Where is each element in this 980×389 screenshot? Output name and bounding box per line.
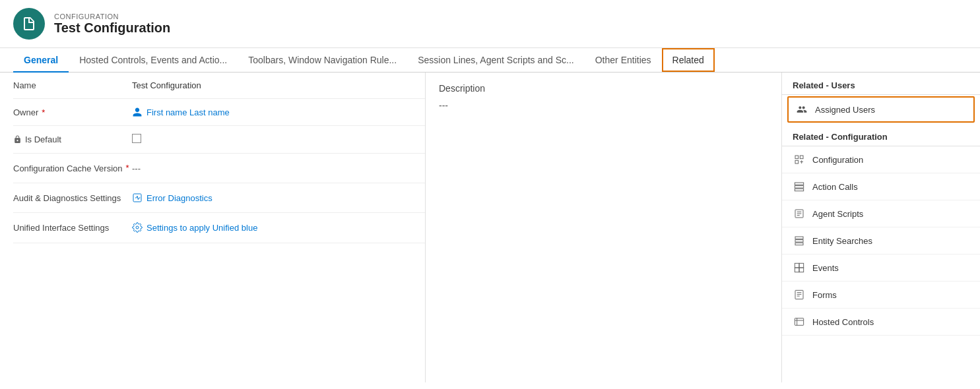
entity-searches-icon: [794, 235, 804, 246]
related-forms-label: Forms: [812, 290, 837, 300]
owner-label-text: Owner: [13, 107, 38, 117]
settings-icon: [132, 222, 143, 233]
assigned-users-label: Assigned Users: [815, 105, 875, 115]
svg-rect-6: [795, 186, 803, 188]
svg-rect-16: [799, 263, 804, 268]
agent-scripts-icon: [794, 208, 804, 219]
related-events-label: Events: [812, 263, 839, 273]
related-item-entity-searches[interactable]: Entity Searches: [782, 227, 980, 254]
events-icon: [794, 262, 804, 273]
tab-general[interactable]: General: [13, 48, 69, 72]
svg-rect-19: [795, 290, 803, 299]
related-configuration-label: Configuration: [812, 155, 863, 165]
form-row-audit: Audit & Diagnostics Settings Error Diagn…: [13, 183, 425, 213]
header-text: CONFIGURATION Test Configuration: [54, 13, 170, 36]
related-entity-searches-label: Entity Searches: [812, 236, 872, 246]
forms-icon: [794, 289, 804, 300]
audit-value[interactable]: Error Diagnostics: [132, 193, 425, 203]
name-value: Test Configuration: [132, 80, 425, 90]
app-header: CONFIGURATION Test Configuration: [0, 0, 980, 48]
is-default-label: Is Default: [13, 135, 132, 144]
owner-name: First name Last name: [147, 107, 230, 117]
related-hosted-controls-label: Hosted Controls: [812, 317, 874, 327]
app-icon: [13, 8, 45, 40]
related-item-configuration[interactable]: Configuration: [782, 146, 980, 173]
diagnostics-icon: [132, 193, 143, 203]
is-default-checkbox[interactable]: [132, 134, 425, 145]
svg-rect-5: [795, 183, 803, 185]
middle-panel: Description ---: [426, 73, 782, 382]
main-content: Name Test Configuration Owner * First na…: [0, 73, 980, 382]
svg-rect-18: [799, 268, 804, 272]
form-row-unified: Unified Interface Settings Settings to a…: [13, 213, 425, 243]
form-row-config-cache: Configuration Cache Version * ---: [13, 154, 425, 183]
agent-scripts-icon: [793, 207, 806, 220]
assigned-users-icon: [795, 103, 808, 116]
assigned-users-item[interactable]: Assigned Users: [787, 96, 975, 123]
config-icon: [794, 154, 804, 165]
related-item-forms[interactable]: Forms: [782, 282, 980, 309]
related-item-agent-scripts[interactable]: Agent Scripts: [782, 200, 980, 227]
config-cache-label-text: Configuration Cache Version: [13, 163, 123, 175]
name-label: Name: [13, 80, 132, 90]
related-item-hosted-controls[interactable]: Hosted Controls: [782, 309, 980, 336]
related-config-header: Related - Configuration: [782, 124, 980, 146]
owner-label: Owner *: [13, 107, 132, 117]
action-calls-icon: [793, 180, 806, 193]
form-section: Name Test Configuration Owner * First na…: [13, 73, 425, 243]
tab-other-entities[interactable]: Other Entities: [585, 48, 662, 72]
svg-rect-14: [795, 243, 803, 245]
tabs-bar: General Hosted Controls, Events and Acti…: [0, 48, 980, 73]
form-row-owner: Owner * First name Last name: [13, 99, 425, 126]
config-cache-required: *: [126, 163, 129, 173]
events-icon: [793, 261, 806, 274]
related-agent-scripts-label: Agent Scripts: [812, 209, 863, 219]
description-value: ---: [439, 100, 768, 111]
svg-rect-12: [795, 237, 803, 239]
related-users-header: Related - Users: [782, 73, 980, 95]
hosted-controls-list-icon: [794, 316, 804, 327]
left-panel: Name Test Configuration Owner * First na…: [0, 73, 426, 382]
tab-related[interactable]: Related: [662, 48, 715, 72]
forms-icon: [793, 288, 806, 301]
lock-icon: [13, 135, 22, 144]
svg-rect-3: [800, 156, 803, 159]
related-item-action-calls[interactable]: Action Calls: [782, 173, 980, 200]
svg-rect-7: [795, 189, 803, 191]
audit-value-text: Error Diagnostics: [147, 193, 212, 203]
svg-rect-2: [795, 156, 799, 159]
tab-toolbars[interactable]: Toolbars, Window Navigation Rule...: [238, 48, 407, 72]
tab-session-lines[interactable]: Session Lines, Agent Scripts and Sc...: [407, 48, 585, 72]
configuration-icon: [793, 153, 806, 166]
form-row-name: Name Test Configuration: [13, 73, 425, 99]
audit-label-text: Audit & Diagnostics Settings: [13, 193, 121, 204]
svg-rect-17: [795, 268, 799, 272]
owner-required: *: [42, 107, 45, 117]
unified-value[interactable]: Settings to apply Unified blue: [132, 222, 425, 233]
svg-rect-13: [795, 240, 803, 242]
config-label: CONFIGURATION: [54, 13, 170, 20]
config-cache-label: Configuration Cache Version *: [13, 162, 132, 175]
users-icon: [797, 104, 807, 115]
audit-label: Audit & Diagnostics Settings: [13, 191, 132, 204]
entity-searches-icon: [793, 234, 806, 247]
tab-hosted-controls[interactable]: Hosted Controls, Events and Actio...: [69, 48, 238, 72]
svg-point-1: [136, 226, 139, 229]
hosted-controls-icon: [793, 315, 806, 328]
is-default-label-text: Is Default: [25, 135, 61, 144]
checkbox-empty[interactable]: [132, 134, 141, 143]
related-item-events[interactable]: Events: [782, 254, 980, 282]
owner-value[interactable]: First name Last name: [132, 107, 425, 117]
form-row-is-default: Is Default: [13, 126, 425, 154]
config-cache-value: ---: [132, 164, 425, 173]
document-icon: [21, 16, 37, 32]
svg-rect-15: [795, 263, 799, 268]
related-action-calls-label: Action Calls: [812, 182, 858, 192]
unified-label-text: Unified Interface Settings: [13, 222, 109, 234]
person-icon: [132, 107, 143, 117]
right-panel: Related - Users Assigned Users Related -…: [782, 73, 980, 382]
unified-label: Unified Interface Settings: [13, 221, 132, 234]
config-title: Test Configuration: [54, 20, 170, 36]
unified-value-text: Settings to apply Unified blue: [147, 223, 257, 233]
svg-rect-23: [795, 318, 803, 326]
